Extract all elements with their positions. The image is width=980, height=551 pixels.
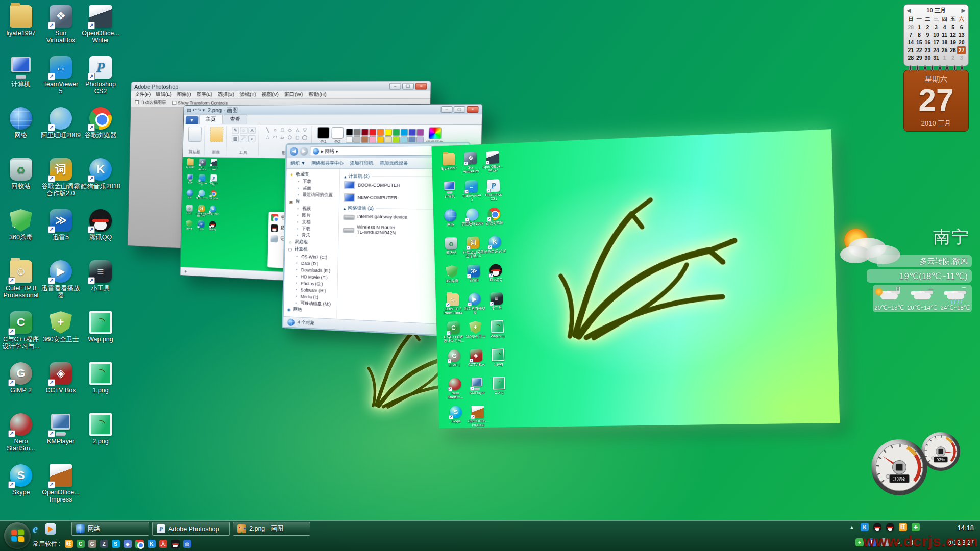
calendar-next-icon[interactable]: ▶ bbox=[962, 7, 966, 14]
taskbar-button[interactable]: 2.png - 画图 bbox=[233, 522, 310, 536]
desktop-icon[interactable]: KMPlayer bbox=[41, 411, 81, 462]
file-item[interactable]: BOOK-COMPUTER bbox=[344, 181, 423, 189]
palette-color[interactable] bbox=[408, 129, 416, 136]
desktop-icon[interactable]: PPhotoshop CS2 bbox=[208, 174, 220, 190]
desktop-icon[interactable]: liyafe1997 bbox=[438, 152, 460, 181]
tab-home[interactable]: 主页 bbox=[199, 114, 223, 124]
close-button[interactable]: × bbox=[415, 83, 427, 89]
desktop-icon[interactable]: 腾讯QQ bbox=[484, 263, 507, 292]
palette-color[interactable] bbox=[393, 129, 400, 136]
desktop-icon[interactable]: ♻回收站 bbox=[440, 236, 462, 264]
tool-button[interactable]: ✎ bbox=[232, 127, 239, 134]
calendar-day-cell[interactable]: 12 bbox=[949, 31, 958, 39]
desktop-icon[interactable]: OpenOffice... Writer bbox=[81, 3, 120, 54]
desktop-icon[interactable]: ↔TeamViewer 5 bbox=[460, 179, 483, 208]
palette-color[interactable] bbox=[416, 129, 424, 136]
desktop-icon[interactable]: liyafe1997 bbox=[1, 3, 41, 54]
calendar-day-cell[interactable]: 21 bbox=[906, 46, 915, 54]
sidebar-item[interactable]: ▪桌面 bbox=[289, 185, 339, 192]
desktop-icon[interactable]: 阿里旺旺2009 bbox=[41, 105, 81, 156]
collapse-icon[interactable]: ▴ bbox=[344, 174, 347, 179]
shape-button[interactable]: ◻ bbox=[293, 134, 301, 141]
desktop-icon[interactable]: 词谷歌金山词霸 合作版2.0 bbox=[195, 205, 207, 220]
menu-item[interactable]: 窗口(W) bbox=[284, 91, 303, 98]
calendar-day-cell[interactable]: 23 bbox=[923, 46, 932, 54]
palette-color[interactable] bbox=[401, 129, 408, 136]
maximize-button[interactable]: ▢ bbox=[402, 83, 414, 89]
desktop-icon[interactable]: ≡小工具 bbox=[81, 258, 120, 309]
internet-explorer-icon[interactable]: e bbox=[33, 522, 38, 536]
desktop-icon[interactable]: OpenOffice... Impress bbox=[467, 405, 489, 433]
desktop-icon[interactable]: GGIMP 2 bbox=[1, 360, 41, 411]
desktop-icon[interactable]: ☺CuteFTP 8 Professional bbox=[1, 258, 41, 309]
desktop-icon[interactable]: OpenOffice... Writer bbox=[208, 159, 220, 174]
desktop-icon[interactable]: ≫迅雷5 bbox=[41, 207, 81, 258]
cpu-meter-gadget[interactable]: 93% 33% bbox=[868, 424, 975, 511]
calendar-day-cell[interactable]: 1 bbox=[940, 54, 949, 62]
calendar-day-cell[interactable]: 9 bbox=[923, 31, 932, 39]
calendar-day-cell[interactable]: 28 bbox=[906, 23, 915, 31]
tab-view[interactable]: 查看 bbox=[224, 114, 248, 124]
desktop-icon[interactable]: 360杀毒 bbox=[1, 207, 41, 258]
red-app-icon[interactable]: 人 bbox=[159, 540, 167, 548]
desktop-icon[interactable]: 谷歌浏览器 bbox=[207, 189, 219, 205]
shape-button[interactable]: ⬡ bbox=[286, 134, 293, 141]
taskbar-button[interactable]: PAdobe Photoshop bbox=[152, 522, 230, 536]
calendar-day-cell[interactable]: 30 bbox=[923, 54, 932, 62]
qq-icon[interactable] bbox=[171, 540, 180, 548]
shape-button[interactable]: ◇ bbox=[286, 127, 293, 134]
menu-item[interactable]: 编辑(E) bbox=[156, 91, 172, 97]
option-checkbox[interactable]: 自动选择图层 bbox=[135, 99, 166, 106]
forward-button[interactable]: ▶ bbox=[300, 147, 308, 156]
shape-button[interactable]: □ bbox=[279, 127, 286, 133]
palette-color[interactable] bbox=[385, 129, 393, 136]
menu-item[interactable]: 文件(F) bbox=[135, 91, 151, 97]
calendar-day-cell[interactable]: 27 bbox=[957, 46, 966, 54]
sidebar-section[interactable]: ★收藏夹 bbox=[289, 171, 339, 178]
desktop-icon[interactable]: 360杀毒 bbox=[441, 264, 463, 292]
flip3d-desktop-card[interactable]: liyafe1997❖Sun VirtualBoxOpenOffice... W… bbox=[431, 129, 840, 428]
photoshop-titlebar[interactable]: Adobe Photoshop –▢× bbox=[131, 81, 431, 91]
desktop-icon[interactable]: ❖Sun VirtualBox bbox=[41, 3, 81, 54]
calendar-day-cell[interactable]: 11 bbox=[940, 31, 949, 39]
desktop-icon[interactable]: Wap.png bbox=[81, 309, 120, 360]
close-button[interactable]: × bbox=[467, 106, 479, 113]
desktop-icon[interactable]: ♻回收站 bbox=[184, 204, 195, 220]
desktop-icon[interactable]: K酷狗音乐2010 bbox=[207, 205, 219, 220]
desktop-icon[interactable]: K酷狗音乐2010 bbox=[484, 234, 507, 263]
desktop-icon[interactable]: ≡小工具 bbox=[485, 291, 508, 319]
calendar-day-cell[interactable]: 31 bbox=[932, 54, 941, 62]
desktop-icon[interactable]: 腾讯QQ bbox=[81, 207, 120, 258]
taskbar-button[interactable]: 网络 bbox=[71, 522, 149, 536]
desktop-icon[interactable]: PPhotoshop CS2 bbox=[482, 178, 505, 207]
palette-color[interactable] bbox=[369, 129, 377, 136]
shape-button[interactable]: ◯ bbox=[301, 134, 308, 141]
qq-red-icon[interactable] bbox=[873, 523, 881, 531]
desktop-icon[interactable]: 词谷歌金山词霸 合作版2.0 bbox=[41, 156, 81, 207]
media-player-icon[interactable] bbox=[45, 523, 56, 535]
calendar-day-cell[interactable]: 14 bbox=[906, 39, 915, 46]
color2-swatch[interactable]: 色2 bbox=[331, 127, 344, 145]
desktop-icon[interactable]: 阿里旺旺2009 bbox=[461, 207, 483, 236]
sidebar-item[interactable]: ▪视频 bbox=[289, 205, 339, 212]
desktop-icon[interactable]: PPhotoshop CS2 bbox=[81, 54, 120, 105]
menu-item[interactable]: 选择(S) bbox=[217, 91, 234, 97]
menu-item[interactable]: 帮助(H) bbox=[308, 91, 327, 98]
desktop-icon[interactable]: 1.png bbox=[487, 347, 510, 376]
desktop-icon[interactable]: CC与C++程序 设计学习与... bbox=[443, 320, 465, 349]
kugou-icon[interactable]: K bbox=[148, 540, 156, 548]
calendar-day-cell[interactable]: 3 bbox=[957, 54, 966, 62]
calendar-day-cell[interactable]: 8 bbox=[915, 31, 924, 39]
calendar-day-cell[interactable]: 10 bbox=[932, 31, 941, 39]
color1-swatch[interactable]: 色1 bbox=[317, 127, 329, 145]
desktop-icon[interactable]: 谷歌浏览器 bbox=[81, 105, 120, 156]
shape-button[interactable]: ○ bbox=[272, 127, 279, 133]
palette-color[interactable] bbox=[346, 129, 353, 136]
c-compiler-icon[interactable]: C bbox=[77, 540, 85, 548]
menu-item[interactable]: 图层(L) bbox=[197, 91, 212, 97]
calendar-day-cell[interactable]: 26 bbox=[949, 46, 958, 54]
tool-button[interactable]: ⌕ bbox=[248, 135, 256, 142]
calendar-day-cell[interactable]: 2 bbox=[949, 54, 958, 62]
calendar-day-cell[interactable]: 29 bbox=[915, 54, 924, 62]
desktop-icon[interactable]: Nero StartSm... bbox=[444, 377, 467, 405]
